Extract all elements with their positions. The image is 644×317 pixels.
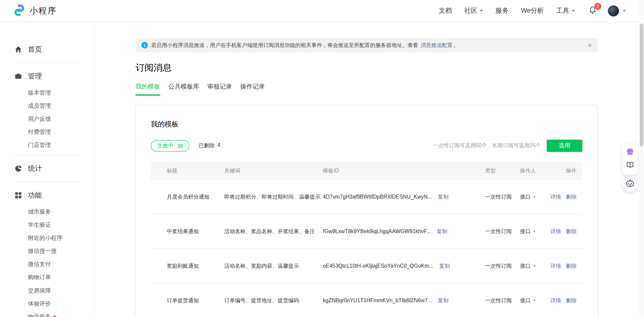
detail-link[interactable]: 详情: [550, 262, 561, 270]
table-row: 月度会员积分通知 即将过期积分、即将过期时间、温馨提示 4D7vm7gH3af9…: [151, 180, 582, 214]
sidebar-item-payment-manage[interactable]: 付费管理: [0, 125, 94, 138]
filter-active-pill[interactable]: 生效中 38: [151, 140, 190, 151]
template-id: 4D7vm7gH3af9BWtIfDpBRXlDESNU_KwyN...: [323, 194, 432, 200]
nav-label: 社区: [464, 7, 477, 15]
col-header-actions: 操作: [542, 167, 583, 174]
operator-value: 接口: [520, 297, 531, 304]
nav-label: 服务: [495, 7, 508, 15]
operator-dropdown[interactable]: 接口: [520, 262, 542, 270]
dropdown-caret-icon: [533, 196, 535, 198]
sidebar-item-user-feedback[interactable]: 用户反馈: [0, 112, 94, 125]
brand-home-link[interactable]: 小程序: [13, 4, 57, 18]
assistant-button[interactable]: [622, 176, 638, 192]
templates-table: 标题 关键词 模板ID 类型 操作人 操作 月度会员积分通知 即将过期积分、即将…: [151, 162, 582, 317]
docs-button[interactable]: [626, 161, 635, 170]
template-title: 月度会员积分通知: [151, 193, 224, 201]
my-templates-card: 我的模板 生效中 38 已删除 4 一次性订阅可选用50个，长期订阅可选用25个…: [136, 105, 598, 317]
template-type: 一次性订阅: [485, 193, 520, 201]
account-chevron-icon[interactable]: [623, 10, 626, 12]
copy-link[interactable]: 复制: [438, 297, 448, 304]
sidebar-item-city-services[interactable]: 城市服务: [0, 205, 94, 218]
sidebar-item-logistics-services[interactable]: 物流服务: [0, 310, 94, 317]
operator-value: 接口: [520, 262, 531, 270]
gift-button[interactable]: [626, 148, 635, 157]
floating-toolbar: [622, 144, 638, 175]
info-icon: i: [141, 42, 148, 49]
detail-link[interactable]: 详情: [550, 193, 561, 201]
sidebar-item-member-manage[interactable]: 成员管理: [0, 99, 94, 112]
page-title: 订阅消息: [136, 62, 598, 74]
dropdown-caret-icon: [533, 230, 535, 232]
sidebar-item-version-manage[interactable]: 版本管理: [0, 86, 94, 99]
banner-suffix: 。: [453, 42, 459, 49]
nav-community[interactable]: 社区: [464, 7, 483, 15]
copy-link[interactable]: 复制: [439, 262, 450, 270]
notification-bell-button[interactable]: 2: [588, 6, 597, 16]
grid-icon: [15, 192, 22, 199]
close-icon[interactable]: ×: [588, 42, 592, 49]
template-title: 奖励到账通知: [151, 262, 224, 270]
sidebar-item-store-manage[interactable]: 门店管理: [0, 139, 94, 152]
nav-services[interactable]: 服务: [495, 7, 508, 15]
delete-link[interactable]: 删除: [566, 193, 577, 201]
robot-icon: [625, 178, 635, 190]
delete-link[interactable]: 删除: [566, 262, 577, 270]
template-id: kgZNBqr0nYU1T1HFmmKVn_bTIb6fZN6w7...: [323, 297, 432, 303]
sidebar-item-home[interactable]: 首页: [0, 40, 94, 59]
sidebar-item-student-verify[interactable]: 学生验证: [0, 218, 94, 231]
brand-title: 小程序: [30, 5, 57, 16]
delete-link[interactable]: 删除: [566, 228, 577, 235]
copy-link[interactable]: 复制: [437, 228, 447, 235]
nav-docs[interactable]: 文档: [439, 7, 452, 15]
operator-dropdown[interactable]: 接口: [520, 193, 542, 201]
col-header-operator: 操作人: [520, 167, 542, 174]
message-push-config-link[interactable]: 消息推送配置: [421, 42, 453, 49]
sidebar-item-experience-rating[interactable]: 体验评价: [0, 297, 94, 310]
scrollbar-thumb[interactable]: [640, 23, 643, 147]
sidebar-item-wechat-pay[interactable]: 微信支付: [0, 258, 94, 271]
copy-link[interactable]: 复制: [438, 193, 448, 201]
filter-deleted[interactable]: 已删除 4: [199, 142, 220, 150]
tab-review-records[interactable]: 审核记录: [207, 83, 232, 96]
sidebar-item-nearby-miniprogram[interactable]: 附近的小程序: [0, 231, 94, 244]
table-row: 订单提货通知 订单编号、提货地址、提货编码 kgZNBqr0nYU1T1HFmm…: [151, 283, 582, 317]
tab-operation-records[interactable]: 操作记录: [240, 83, 265, 96]
detail-link[interactable]: 详情: [550, 228, 561, 235]
top-nav: 文档 社区 服务 We分析 工具: [426, 5, 626, 16]
notification-badge: 2: [594, 3, 601, 10]
select-template-button[interactable]: 选用: [547, 140, 583, 152]
sidebar-item-manage[interactable]: 管理: [0, 66, 94, 86]
card-title: 我的模板: [151, 119, 582, 129]
sidebar-item-wechat-search[interactable]: 微信搜一搜: [0, 244, 94, 257]
table-row: 奖励到账通知 活动名称、奖励内容、温馨提示 oE453QtcL10tH-oKIj…: [151, 249, 582, 283]
avatar[interactable]: [608, 5, 619, 16]
col-header-type: 类型: [485, 167, 520, 174]
tab-my-templates[interactable]: 我的模板: [136, 83, 160, 96]
operator-value: 接口: [520, 193, 531, 201]
sidebar-item-label: 首页: [28, 45, 42, 54]
chevron-down-icon: [480, 10, 483, 12]
tab-public-template-library[interactable]: 公共模板库: [168, 83, 199, 96]
sidebar-item-shopping-orders[interactable]: 购物订单: [0, 271, 94, 284]
template-type: 一次性订阅: [485, 262, 520, 270]
book-icon: [626, 161, 634, 171]
nav-tools[interactable]: 工具: [556, 7, 575, 15]
sidebar-item-label: 统计: [28, 164, 42, 173]
sidebar-item-features[interactable]: 功能: [0, 185, 94, 205]
template-keywords: 活动名称、奖品名称、开奖结果、备注: [224, 228, 323, 235]
operator-dropdown[interactable]: 接口: [520, 228, 542, 235]
sidebar-item-transaction-guarantee[interactable]: 交易保障: [0, 284, 94, 297]
delete-link[interactable]: 删除: [566, 297, 577, 304]
app-viewport: 小程序 文档 社区 服务 We分析 工具: [0, 0, 644, 317]
template-keywords: 活动名称、奖励内容、温馨提示: [224, 262, 323, 270]
sidebar-item-statistics[interactable]: 统计: [0, 159, 94, 178]
nav-we-analytics[interactable]: We分析: [521, 7, 544, 15]
operator-value: 接口: [520, 228, 531, 235]
sidebar-item-label: 物流服务: [28, 310, 51, 317]
table-header-row: 标题 关键词 模板ID 类型 操作人 操作: [151, 162, 582, 180]
red-dot-badge: [53, 315, 56, 317]
detail-link[interactable]: 详情: [550, 297, 561, 304]
operator-dropdown[interactable]: 接口: [520, 297, 542, 304]
col-header-template-id: 模板ID: [323, 167, 485, 174]
top-header: 小程序 文档 社区 服务 We分析 工具: [0, 0, 644, 22]
